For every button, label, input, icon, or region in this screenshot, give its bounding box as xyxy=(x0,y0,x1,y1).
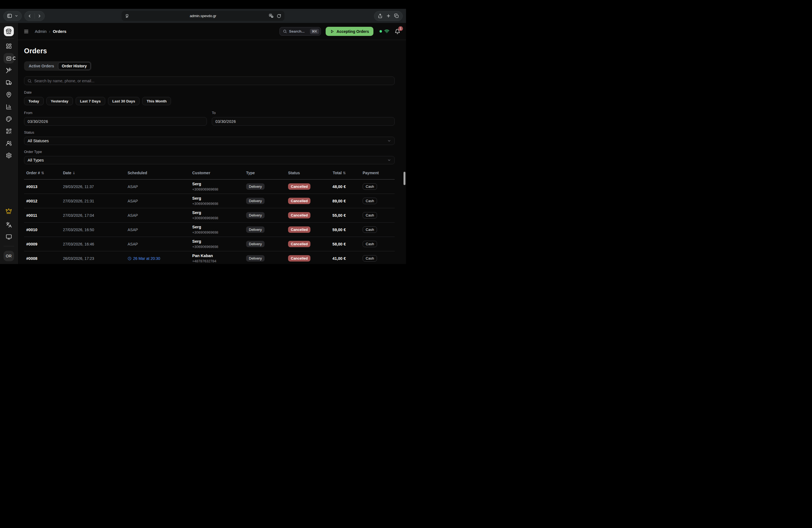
nav-divider xyxy=(34,13,35,19)
status-badge: Cancelled xyxy=(288,226,310,233)
gear-icon xyxy=(6,152,12,159)
table-row[interactable]: #0011 27/03/2026, 17:04 ASAP Serg+306906… xyxy=(24,208,395,223)
map-pin-icon xyxy=(6,92,12,98)
accepting-orders-label: Accepting Orders xyxy=(337,29,369,34)
order-payment-cell: Cash xyxy=(346,212,395,218)
orders-search-input[interactable]: Search by name, phone, or email... xyxy=(24,76,395,85)
col-date[interactable]: Date↓ xyxy=(63,171,128,175)
breadcrumb-section[interactable]: Admin xyxy=(35,29,47,34)
reload-icon[interactable] xyxy=(277,14,281,18)
order-total: 59,00 € xyxy=(330,228,346,232)
chevron-down-icon xyxy=(15,14,18,18)
to-date-input[interactable]: 03/30/2026 xyxy=(212,117,395,126)
scheduled-time-text: 26 Mar at 20:30 xyxy=(133,256,160,261)
bar-chart-icon xyxy=(6,104,12,110)
header-right-group: Search... ⌘K Accepting Orders xyxy=(279,27,400,36)
sidebar-item-customers[interactable] xyxy=(4,138,14,149)
tab-order-history[interactable]: Order History xyxy=(58,62,91,70)
sidebar-item-orders[interactable] xyxy=(4,53,14,63)
tab-active-orders[interactable]: Active Orders xyxy=(25,62,58,70)
preset-last-30-days[interactable]: Last 30 Days xyxy=(108,97,140,105)
breadcrumb-page: Orders xyxy=(53,29,66,34)
order-type-filter-label: Order Type xyxy=(24,150,395,154)
connection-status-group xyxy=(379,29,389,34)
translate-icon[interactable] xyxy=(269,14,274,18)
table-row[interactable]: #0008 26/03/2026, 17:23 26 Mar at 20:30 … xyxy=(24,251,395,264)
store-workspace-button[interactable] xyxy=(4,26,14,36)
hamburger-menu-icon[interactable] xyxy=(24,29,29,34)
customer-name: Serg xyxy=(192,196,201,201)
shopping-bag-icon xyxy=(6,55,12,61)
sidebar-item-premium[interactable] xyxy=(4,206,14,216)
from-date-input[interactable]: 03/30/2026 xyxy=(24,117,207,126)
sidebar-item-locations[interactable] xyxy=(4,89,14,100)
customer-name: Serg xyxy=(192,210,201,215)
order-payment-cell: Cash xyxy=(346,184,395,190)
order-status-cell: Cancelled xyxy=(288,212,330,218)
preset-yesterday[interactable]: Yesterday xyxy=(46,97,73,105)
page-scrollbar-thumb[interactable] xyxy=(404,172,405,185)
sidebar-item-display[interactable] xyxy=(4,232,14,242)
col-scheduled: Scheduled xyxy=(128,171,192,175)
payment-badge: Cash xyxy=(363,226,377,233)
order-total: 41,00 € xyxy=(330,256,346,261)
dashboard-icon xyxy=(6,43,12,49)
order-date: 27/03/2026, 16:50 xyxy=(63,228,128,232)
payment-badge: Cash xyxy=(363,241,377,247)
sidebar-item-qr-codes[interactable] xyxy=(4,126,14,136)
sidebar-item-dashboard[interactable] xyxy=(4,41,14,52)
admin-app: OR Admin › Orders Search... ⌘K xyxy=(0,23,406,264)
order-customer: Serg+306906969698 xyxy=(192,196,246,206)
user-avatar[interactable]: OR xyxy=(4,251,14,261)
table-row[interactable]: #0012 27/03/2026, 21:31 ASAP Serg+306906… xyxy=(24,194,395,208)
address-bar[interactable]: admin.spevdo.gr xyxy=(121,11,285,21)
search-label: Search... xyxy=(289,29,305,33)
customer-phone: +306906969698 xyxy=(192,230,218,234)
online-status-dot xyxy=(379,30,382,33)
sidebar-item-settings[interactable] xyxy=(4,150,14,161)
order-customer: Serg+306906969698 xyxy=(192,224,246,235)
share-icon[interactable] xyxy=(378,14,382,18)
order-status-cell: Cancelled xyxy=(288,255,330,262)
col-total[interactable]: Total⇅ xyxy=(330,171,346,175)
play-icon xyxy=(330,29,334,34)
order-number: #0011 xyxy=(26,213,63,218)
sidebar-item-language[interactable] xyxy=(4,220,14,230)
global-search-button[interactable]: Search... ⌘K xyxy=(279,27,321,35)
table-row[interactable]: #0013 29/03/2026, 11:37 ASAP Serg+306906… xyxy=(24,179,395,194)
table-row[interactable]: #0010 27/03/2026, 16:50 ASAP Serg+306906… xyxy=(24,223,395,237)
sort-down-icon: ↓ xyxy=(72,171,75,175)
browser-sidebar-toggle[interactable] xyxy=(3,11,22,21)
orders-activity-ring xyxy=(13,57,16,60)
status-badge: Cancelled xyxy=(288,184,310,190)
back-button[interactable] xyxy=(27,14,32,18)
sidebar-item-delivery[interactable] xyxy=(4,77,14,88)
col-payment: Payment xyxy=(346,171,395,175)
order-date: 26/03/2026, 17:23 xyxy=(63,256,128,261)
order-scheduled-time[interactable]: 26 Mar at 20:30 xyxy=(128,256,192,261)
sidebar-item-menu[interactable] xyxy=(4,65,14,76)
sidebar-item-appearance[interactable] xyxy=(4,114,14,124)
preset-last-7-days[interactable]: Last 7 Days xyxy=(76,97,105,105)
tab-overview-icon[interactable] xyxy=(394,14,399,18)
col-order-number[interactable]: Order #⇅ xyxy=(26,171,63,175)
preset-today[interactable]: Today xyxy=(24,97,44,105)
notifications-button[interactable]: 1 xyxy=(395,29,400,34)
to-label: To xyxy=(212,111,395,115)
order-date: 27/03/2026, 21:31 xyxy=(63,199,128,203)
app-header: Admin › Orders Search... ⌘K Accepting Or… xyxy=(18,23,406,40)
new-tab-icon[interactable] xyxy=(386,14,391,18)
browser-toolbar: admin.spevdo.gr xyxy=(0,9,406,23)
accepting-orders-button[interactable]: Accepting Orders xyxy=(325,27,373,36)
url-text[interactable]: admin.spevdo.gr xyxy=(121,14,285,18)
table-row[interactable]: #0009 27/03/2026, 16:46 ASAP Serg+306906… xyxy=(24,237,395,251)
browser-nav-group xyxy=(24,11,45,21)
preset-this-month[interactable]: This Month xyxy=(142,97,171,105)
sidebar-item-analytics[interactable] xyxy=(4,102,14,112)
order-type-select[interactable]: All Types xyxy=(24,156,395,164)
page-title: Orders xyxy=(24,47,395,55)
sidebar-bottom-divider xyxy=(4,246,14,246)
status-select[interactable]: All Statuses xyxy=(24,137,395,145)
forward-button[interactable] xyxy=(37,14,42,18)
order-scheduled: ASAP xyxy=(128,242,192,246)
